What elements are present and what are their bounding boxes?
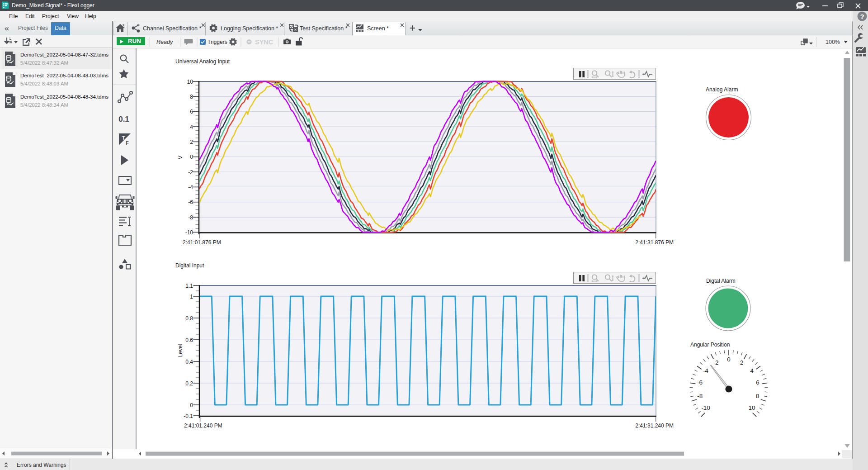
svg-text:6: 6: [756, 379, 760, 386]
svg-text:T: T: [122, 135, 125, 141]
svg-text:-8: -8: [188, 214, 193, 221]
svg-text:2:41:31.876 PM: 2:41:31.876 PM: [635, 239, 674, 246]
svg-text:1.1: 1.1: [185, 283, 193, 289]
svg-text:-2: -2: [713, 359, 718, 366]
svg-text:Logging Specification *: Logging Specification *: [221, 25, 278, 32]
svg-text:Channel Specification *: Channel Specification *: [143, 25, 201, 32]
svg-text:1: 1: [190, 294, 193, 300]
svg-text:8: 8: [756, 393, 760, 399]
svg-text:Ready: Ready: [156, 39, 173, 45]
svg-text:-6: -6: [697, 379, 703, 386]
svg-text:0.1: 0.1: [118, 115, 129, 123]
svg-text:V: V: [177, 156, 184, 159]
svg-text:2:41:31.240 PM: 2:41:31.240 PM: [635, 423, 674, 429]
svg-text:Analog Alarm: Analog Alarm: [706, 86, 738, 93]
svg-text:-2: -2: [188, 169, 193, 176]
svg-text:-0.1: -0.1: [184, 413, 193, 419]
svg-text:-4: -4: [703, 367, 708, 374]
svg-text:-6: -6: [188, 199, 193, 205]
svg-text:-10: -10: [185, 229, 193, 236]
svg-text:6: 6: [190, 109, 193, 115]
svg-text:Test Specification *: Test Specification *: [300, 25, 348, 32]
svg-text:0.8: 0.8: [185, 315, 193, 322]
svg-text:10: 10: [748, 404, 755, 411]
svg-text:0: 0: [190, 154, 193, 160]
svg-text:Universal Analog Input: Universal Analog Input: [175, 58, 230, 65]
svg-text:2: 2: [740, 359, 744, 366]
svg-text:8: 8: [190, 94, 193, 100]
svg-text:2:41:01.240 PM: 2:41:01.240 PM: [184, 423, 222, 429]
svg-text:4: 4: [190, 124, 193, 130]
svg-text:2:41:01.876 PM: 2:41:01.876 PM: [183, 239, 221, 246]
svg-text:-8: -8: [697, 393, 703, 399]
svg-text:0: 0: [190, 402, 193, 408]
svg-text:-4: -4: [188, 184, 193, 190]
svg-text:Screen *: Screen *: [367, 25, 389, 32]
svg-text:0.2: 0.2: [185, 380, 193, 387]
svg-text:SYNC: SYNC: [255, 38, 274, 46]
svg-text:0.6: 0.6: [185, 337, 193, 343]
svg-text:-10: -10: [701, 404, 710, 411]
svg-text:100%: 100%: [826, 39, 840, 45]
svg-text:?: ?: [860, 13, 864, 20]
svg-text:0: 0: [727, 356, 731, 363]
svg-text:Digtal Alarm: Digtal Alarm: [706, 278, 736, 284]
svg-text:4: 4: [750, 367, 754, 374]
svg-text:Level: Level: [177, 344, 184, 357]
svg-text:Triggers: Triggers: [208, 39, 227, 45]
svg-text:0.4: 0.4: [185, 359, 193, 365]
svg-text:10: 10: [187, 79, 193, 85]
svg-text:Digital Input: Digital Input: [175, 262, 204, 269]
svg-text:2: 2: [190, 139, 193, 145]
svg-text:F: F: [126, 140, 129, 146]
